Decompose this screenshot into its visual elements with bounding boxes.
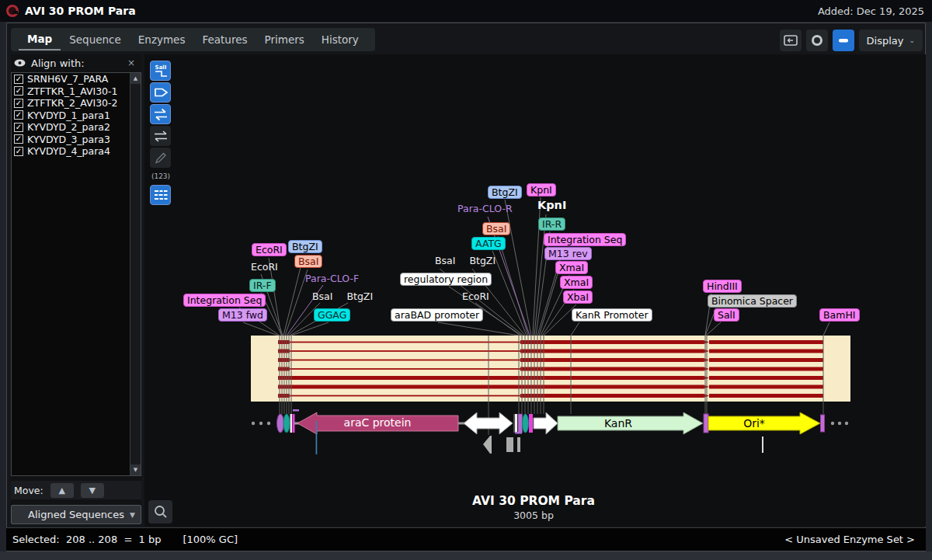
- list-item[interactable]: ✓ZTFTKR_1_AVI30-1: [12, 85, 141, 98]
- move-up-button[interactable]: ▲: [50, 483, 74, 498]
- sequence-name: SRNH6V_7_PARA: [27, 73, 108, 85]
- checkbox-checked[interactable]: ✓: [14, 123, 23, 132]
- move-label: Move:: [14, 485, 43, 496]
- checkbox-checked[interactable]: ✓: [14, 86, 23, 96]
- display-dropdown[interactable]: Display ⌄: [859, 30, 923, 51]
- feature-label-aatg[interactable]: AATG: [471, 237, 506, 250]
- show-translations-button[interactable]: [150, 126, 171, 146]
- checkbox-checked[interactable]: ✓: [14, 147, 23, 156]
- title-bar: AVI 30 PROM Para Added: Dec 19, 2025: [0, 0, 932, 22]
- list-item[interactable]: ✓KYVDYD_4_para4: [12, 145, 141, 158]
- panel-arrow-icon: [784, 35, 798, 46]
- site-label-ecori[interactable]: EcoRI: [459, 290, 492, 302]
- small-feature[interactable]: [518, 414, 523, 433]
- feature-label-ir-r[interactable]: IR-R: [538, 217, 565, 231]
- small-gray-arrow[interactable]: [483, 436, 492, 454]
- primer-label-para-clo-r[interactable]: Para-CLO-R: [454, 203, 516, 214]
- alignment-block[interactable]: [251, 336, 850, 402]
- checkbox-checked[interactable]: ✓: [14, 110, 23, 120]
- linear-map-icon: [837, 34, 850, 47]
- site-label-ecori-left[interactable]: EcoRI: [252, 243, 287, 256]
- linear-map-button[interactable]: [833, 30, 854, 51]
- site-label-btgzi[interactable]: BtgZI: [488, 186, 522, 199]
- tab-features[interactable]: Features: [193, 30, 256, 50]
- show-primers-button[interactable]: [150, 104, 171, 124]
- site-label-xbai[interactable]: XbaI: [563, 290, 593, 304]
- close-icon[interactable]: ×: [127, 57, 135, 68]
- site-label-bsai-left[interactable]: BsaI: [294, 255, 322, 268]
- circular-map-button[interactable]: [806, 30, 828, 51]
- show-enzymes-button[interactable]: SalI: [150, 61, 171, 81]
- double-arrow-icon: [151, 127, 170, 145]
- scroll-down-icon[interactable]: ▼: [130, 464, 141, 475]
- small-feature[interactable]: [515, 414, 517, 433]
- site-label-bsai[interactable]: BsaI: [482, 222, 510, 235]
- primer-label-m13-fwd[interactable]: M13 fwd: [218, 308, 267, 322]
- site-label-xmai-2[interactable]: XmaI: [560, 276, 593, 289]
- tab-history[interactable]: History: [313, 30, 367, 50]
- small-feature[interactable]: [821, 415, 825, 432]
- view-tab-bar: Map Sequence Enzymes Features Primers Hi…: [11, 28, 375, 51]
- site-label-kpni[interactable]: KpnI: [527, 183, 556, 197]
- feature-label-integration-seq-left[interactable]: Integration Seq: [183, 294, 266, 307]
- feature-label-integration-seq[interactable]: Integration Seq: [544, 233, 626, 246]
- list-item[interactable]: ✓KYVDYD_1_para1: [12, 110, 141, 122]
- site-label-btgzi-left[interactable]: BtgZI: [288, 240, 322, 253]
- scroll-up-icon[interactable]: ▲: [130, 73, 141, 84]
- site-label-ecori-left-2[interactable]: EcoRI: [248, 261, 281, 273]
- feature-label-ir-f[interactable]: IR-F: [249, 279, 276, 292]
- feature-label-regulatory-region[interactable]: regulatory region: [400, 273, 492, 286]
- feature-arrow-icon: [151, 83, 170, 102]
- site-label-xmai[interactable]: XmaI: [555, 261, 588, 274]
- list-item[interactable]: ✓SRNH6V_7_PARA: [12, 73, 141, 85]
- edit-button-disabled[interactable]: [150, 148, 171, 168]
- show-alignment-button[interactable]: [150, 185, 171, 205]
- small-feature[interactable]: [283, 414, 290, 433]
- checkbox-checked[interactable]: ✓: [14, 75, 23, 84]
- checkbox-checked[interactable]: ✓: [14, 134, 23, 144]
- map-sequence-length: 3005 bp: [440, 510, 627, 521]
- primer-tick[interactable]: [515, 432, 522, 434]
- tab-sequence[interactable]: Sequence: [61, 30, 130, 50]
- enzyme-set-status[interactable]: < Unsaved Enzyme Set >: [784, 534, 915, 545]
- plasmid-map-canvas[interactable]: BtgZI KpnI Para-CLO-R KpnI BsaI IR-R AAT…: [144, 54, 926, 527]
- feature-label-ggag[interactable]: GGAG: [314, 308, 350, 322]
- enzyme-count-badge: (123): [150, 172, 172, 180]
- feature-label-binomica-spacer[interactable]: Binomica Spacer: [708, 294, 797, 308]
- site-label-sali[interactable]: SalI: [714, 308, 739, 322]
- tab-primers[interactable]: Primers: [256, 30, 313, 50]
- primer-tick[interactable]: [293, 409, 299, 412]
- small-feature[interactable]: [529, 414, 533, 433]
- side-panel-toggle-button[interactable]: [780, 30, 802, 51]
- search-button[interactable]: [148, 500, 172, 523]
- white-arrow-feature[interactable]: [534, 412, 558, 434]
- small-feature[interactable]: [523, 414, 529, 433]
- small-feature[interactable]: [277, 414, 284, 433]
- site-label-bamhi[interactable]: BamHI: [819, 308, 860, 322]
- small-gray-feature[interactable]: [506, 437, 513, 452]
- aligned-sequences-dropdown[interactable]: Aligned Sequences ▼: [11, 505, 141, 524]
- site-label-kpni-bold[interactable]: KpnI: [534, 200, 569, 211]
- small-feature[interactable]: [290, 414, 293, 433]
- small-gray-feature[interactable]: [517, 437, 520, 452]
- primer-label-para-clo-f[interactable]: Para-CLO-F: [302, 273, 362, 284]
- show-features-button[interactable]: [150, 82, 171, 103]
- site-label-bsai-btgzi-left[interactable]: BsaI BtgZI: [309, 290, 376, 302]
- checkbox-checked[interactable]: ✓: [14, 99, 23, 108]
- small-feature[interactable]: [704, 414, 708, 433]
- primer-label-m13-rev[interactable]: M13 rev: [544, 247, 592, 260]
- list-scrollbar[interactable]: ▲ ▼: [130, 73, 141, 475]
- tab-map[interactable]: Map: [19, 29, 61, 50]
- aligned-sequences-label: Aligned Sequences: [28, 509, 124, 520]
- site-label-bsai-btgzi[interactable]: BsaI BtgZI: [432, 255, 499, 266]
- feature-label-arabad-promoter[interactable]: araBAD promoter: [391, 308, 483, 322]
- sequence-name: KYVDYD_2_para2: [27, 121, 110, 133]
- gc-content-status: [100% GC]: [183, 534, 238, 545]
- site-label-hindiii[interactable]: HindIII: [703, 280, 742, 293]
- list-item[interactable]: ✓KYVDYD_3_para3: [12, 134, 141, 146]
- list-item[interactable]: ✓ZTFTKR_2_AVI30-2: [12, 97, 141, 110]
- feature-label-kanr-promoter[interactable]: KanR Promoter: [572, 308, 652, 322]
- tab-enzymes[interactable]: Enzymes: [130, 30, 194, 50]
- list-item[interactable]: ✓KYVDYD_2_para2: [12, 121, 141, 134]
- move-down-button[interactable]: ▼: [81, 483, 104, 498]
